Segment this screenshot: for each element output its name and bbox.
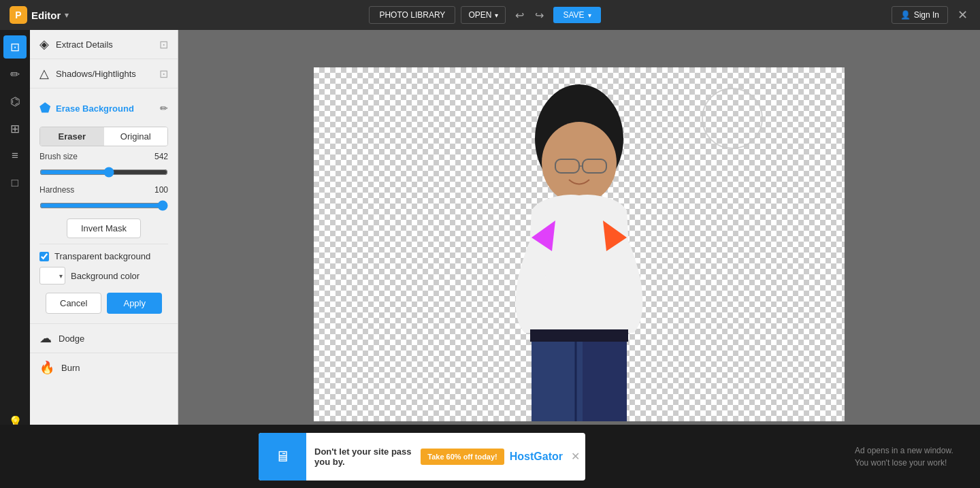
save-button[interactable]: SAVE ▾ <box>553 7 600 23</box>
topbar: P Editor ▾ PHOTO LIBRARY OPEN ▾ ↩ ↪ SAVE… <box>0 0 980 30</box>
sidebar-item-crop[interactable]: ⊡ <box>3 35 27 59</box>
canvas-area[interactable] <box>178 30 980 458</box>
cancel-button[interactable]: Cancel <box>46 293 101 314</box>
tab-original[interactable]: Original <box>104 127 168 146</box>
transparent-background-label: Transparent background <box>54 251 150 261</box>
ad-icon: 🖥 <box>259 433 306 481</box>
tool-item-burn[interactable]: 🔥 Burn <box>30 353 178 382</box>
ad-text-area: Don't let your site pass you by. <box>306 446 421 467</box>
canvas-wrapper <box>314 67 845 421</box>
brush-size-slider-container <box>39 167 168 180</box>
brush-size-row: Brush size 542 <box>39 152 168 161</box>
hardness-row: Hardness 100 <box>39 185 168 195</box>
background-color-swatch[interactable]: ▾ <box>39 267 65 284</box>
svg-rect-7 <box>532 342 576 421</box>
sidebar-item-brush[interactable]: ✏ <box>3 63 27 86</box>
erase-background-section: ⬟ Erase Background ✏ Eraser Original Bru… <box>30 88 178 314</box>
background-color-label: Background color <box>71 271 140 281</box>
ad-headline: Don't let your site pass you by. <box>314 446 412 467</box>
sidebar-item-clone[interactable]: ⌬ <box>3 90 27 113</box>
sidebar-item-frame[interactable]: □ <box>3 172 27 195</box>
ad-brand: HostGator <box>510 451 563 463</box>
dodge-label: Dodge <box>59 334 168 344</box>
tool-item-extract-details[interactable]: ◈ Extract Details ⊡ <box>30 30 178 59</box>
action-buttons: Cancel Apply <box>39 293 168 314</box>
editor-chevron-icon: ▾ <box>65 11 69 20</box>
erase-pencil-button[interactable]: ✏ <box>160 103 168 114</box>
open-button[interactable]: OPEN ▾ <box>461 6 506 24</box>
tab-eraser[interactable]: Eraser <box>40 127 104 146</box>
apply-button[interactable]: Apply <box>107 293 162 314</box>
sidebar-item-layers[interactable]: ⊞ <box>3 117 27 140</box>
extract-details-label: Extract Details <box>56 39 152 50</box>
editor-label: Editor <box>31 10 61 21</box>
editor-title[interactable]: P Editor ▾ <box>0 6 78 24</box>
brush-size-slider[interactable] <box>39 167 168 178</box>
tool-item-shadows-highlights[interactable]: △ Shadows/Hightlights ⊡ <box>30 59 178 88</box>
ad-box[interactable]: 🖥 Don't let your site pass you by. Take … <box>259 433 585 481</box>
ad-content: 🖥 Don't let your site pass you by. Take … <box>0 433 844 481</box>
extract-details-icon: ◈ <box>39 37 49 52</box>
redo-button[interactable]: ↪ <box>531 7 548 23</box>
ad-banner: 🖥 Don't let your site pass you by. Take … <box>0 425 980 488</box>
topbar-right: 👤 Sign In ✕ <box>892 6 980 24</box>
ad-dismiss-button[interactable]: ✕ <box>571 450 580 463</box>
save-label: SAVE <box>563 10 584 20</box>
person-image <box>450 74 708 421</box>
user-icon: 👤 <box>900 10 911 20</box>
ad-note: Ad opens in a new window. You won't lose… <box>844 444 980 469</box>
close-button[interactable]: ✕ <box>953 6 972 24</box>
app-logo: P <box>10 6 27 24</box>
ad-cta: Take 60% off today! <box>421 449 504 465</box>
transparent-bg-row: Transparent background <box>39 251 168 261</box>
shadows-highlights-label: Shadows/Hightlights <box>56 69 152 79</box>
erase-background-icon: ⬟ <box>39 101 50 116</box>
eraser-tabs: Eraser Original <box>39 127 168 146</box>
icon-sidebar: ⊡ ✏ ⌬ ⊞ ≡ □ 💡 ✳ ? <box>0 30 30 488</box>
sign-in-button[interactable]: 👤 Sign In <box>892 6 948 24</box>
topbar-center: PHOTO LIBRARY OPEN ▾ ↩ ↪ SAVE ▾ <box>78 6 891 24</box>
undo-button[interactable]: ↩ <box>511 7 528 23</box>
brush-size-value: 542 <box>148 152 168 161</box>
background-color-row: ▾ Background color <box>39 267 168 284</box>
invert-mask-button[interactable]: Invert Mask <box>67 218 141 238</box>
erase-background-header: ⬟ Erase Background ✏ <box>39 95 168 121</box>
shadows-highlights-extra-icon: ⊡ <box>159 67 168 80</box>
sidebar-item-texture[interactable]: ≡ <box>3 144 27 167</box>
open-label: OPEN <box>468 10 491 20</box>
save-chevron-icon: ▾ <box>588 12 591 19</box>
hardness-slider[interactable] <box>39 200 168 211</box>
svg-rect-8 <box>583 342 627 421</box>
transparent-background-checkbox[interactable] <box>39 252 49 261</box>
burn-label: Burn <box>61 363 168 373</box>
dodge-icon: ☁ <box>39 331 52 346</box>
shadows-highlights-icon: △ <box>39 66 49 81</box>
tool-panel: ◈ Extract Details ⊡ △ Shadows/Hightlight… <box>30 30 178 488</box>
tool-item-dodge[interactable]: ☁ Dodge <box>30 323 178 353</box>
open-chevron-icon: ▾ <box>495 12 498 19</box>
sign-in-label: Sign In <box>914 10 939 20</box>
brush-size-label: Brush size <box>39 152 148 161</box>
hardness-slider-container <box>39 200 168 213</box>
hardness-value: 100 <box>148 185 168 195</box>
photo-library-button[interactable]: PHOTO LIBRARY <box>369 6 455 24</box>
burn-icon: 🔥 <box>39 360 54 375</box>
svg-rect-6 <box>530 329 628 342</box>
undo-redo-group: ↩ ↪ <box>511 7 548 23</box>
erase-background-label: Erase Background <box>56 103 134 114</box>
hardness-label: Hardness <box>39 185 148 195</box>
extract-details-extra-icon: ⊡ <box>159 38 168 51</box>
